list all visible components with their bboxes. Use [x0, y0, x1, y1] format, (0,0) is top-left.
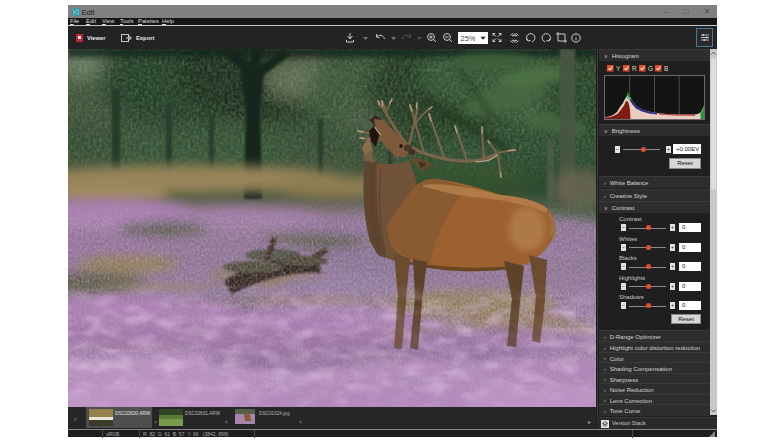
- svg-text:B: B: [664, 65, 668, 72]
- svg-text:Y: Y: [616, 65, 621, 72]
- svg-text:R: R: [632, 65, 637, 72]
- svg-text:G: G: [648, 65, 653, 72]
- svg-text:25%: 25%: [461, 34, 476, 43]
